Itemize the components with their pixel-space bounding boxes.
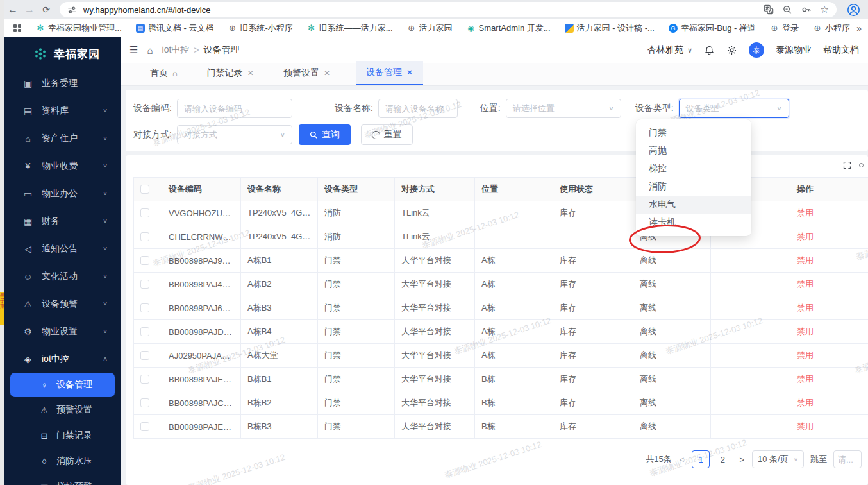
disable-link[interactable]: 禁用 [797,421,814,431]
tab-item[interactable]: 预警设置 ✕ [280,67,334,85]
bookmarks-overflow-icon[interactable]: » [856,23,862,33]
jump-page-input[interactable] [833,450,862,468]
dropdown-option[interactable]: 消防 [636,178,751,196]
disable-link[interactable]: 禁用 [797,350,814,360]
tab-item[interactable]: 首页 ⌂ [146,67,181,85]
row-checkbox[interactable] [140,280,149,289]
bookmark-item[interactable]: ▤腾讯文档 - 云文档 [136,22,214,34]
back-icon[interactable]: ← [4,4,21,15]
user-avatar[interactable]: 泰 [749,42,764,58]
tab-item[interactable]: 门禁记录 ✕ [203,67,258,85]
row-checkbox[interactable] [140,375,149,384]
search-button[interactable]: 查询 [299,124,351,145]
address-bar[interactable]: wy.happyhomeland.cn/#/iot-device ☆ [60,2,837,17]
bookmark-item[interactable]: ⊕小程序登录 [813,22,850,34]
bookmark-item[interactable]: ◉SmartAdmin 开发... [467,22,551,34]
bookmark-item[interactable]: 活力家园 - 设计稿 -... [565,22,655,34]
row-checkbox[interactable] [140,232,149,241]
dropdown-option[interactable]: 读卡机 [636,214,751,232]
row-checkbox[interactable] [140,256,149,265]
page-number[interactable]: 2 [714,450,731,468]
sidebar-item[interactable]: ⚠ 设备预警 ∨ [4,290,121,318]
sidebar-subitem[interactable]: ◫ 梯控预警 [4,474,121,485]
sidebar-item[interactable]: ▣ 业务受理 [4,69,121,97]
password-key-icon[interactable] [801,4,812,15]
disable-link[interactable]: 禁用 [797,327,814,336]
sidebar-item[interactable]: ▤ 资料库 ∨ [4,97,121,124]
sidebar-item[interactable]: ▭ 物业办公 ∨ [4,180,121,207]
bookmark-item[interactable]: ✻幸福家园物业管理... [36,22,122,34]
disable-link[interactable]: 禁用 [797,255,814,265]
close-icon[interactable]: ✕ [324,69,330,78]
disable-link[interactable]: 禁用 [797,208,814,217]
cell-status: 库存 [553,296,633,320]
bookmark-item[interactable]: ✻旧系统——活力家... [307,22,393,34]
reset-button[interactable]: 重置 [361,124,413,145]
row-checkbox[interactable] [140,351,149,360]
sidebar-subitem[interactable]: ◊ 消防水压 [4,448,121,474]
dropdown-option[interactable]: 高抛 [636,142,751,160]
page-size-select[interactable]: 10 条/页 ∨ [752,450,804,468]
dropdown-option[interactable]: 梯控 [636,160,751,178]
next-page-icon[interactable]: > [738,455,746,464]
select-all-checkbox[interactable] [140,185,149,194]
bookmark-item[interactable]: G幸福家园-Bug - 禅道 [669,22,756,34]
sidebar-item[interactable]: ⌂ 资产住户 ∨ [4,124,121,152]
disable-link[interactable]: 禁用 [797,232,814,241]
tab-active[interactable]: 设备管理 ✕ [356,61,423,85]
sidebar-item[interactable]: ◁ 通知公告 ∨ [4,235,121,262]
url-text[interactable]: wy.happyhomeland.cn/#/iot-device [83,5,764,15]
collapse-menu-icon[interactable]: ☰ [129,44,138,56]
method-select[interactable]: 对接方式 ∨ [177,125,292,144]
settings-gear-icon[interactable] [726,45,737,56]
sidebar-item[interactable]: ¥ 物业收费 ∨ [4,152,121,180]
disable-link[interactable]: 禁用 [797,398,814,407]
device-name-input[interactable] [378,99,458,118]
close-icon[interactable]: ✕ [247,69,254,78]
device-code-input[interactable] [177,99,292,118]
cell-device-code: VVGOHHOZUKA... [162,201,241,225]
zoom-icon[interactable] [783,5,792,15]
sidebar-item[interactable]: ☺ 文化活动 ∨ [4,262,121,290]
site-settings-icon[interactable] [67,5,77,15]
translate-icon[interactable] [764,4,774,15]
sidebar-subitem[interactable]: ⊟ 门禁记录 [4,423,121,448]
dropdown-option[interactable]: 门禁 [636,124,751,142]
prev-page-icon[interactable]: < [678,455,686,464]
sidebar-subitem[interactable]: ♀ 设备管理 [10,373,115,397]
location-select[interactable]: 请选择位置 ∨ [506,99,621,118]
row-checkbox[interactable] [140,208,149,217]
refresh-icon[interactable]: ⟳ [38,4,54,15]
apps-grid-icon[interactable] [13,24,21,32]
bookmark-item[interactable]: ⊕旧系统-小程序 [228,22,292,34]
sidebar-item[interactable]: ▦ 财务 ∨ [4,207,121,235]
breadcrumb-home-icon[interactable]: ⌂ [147,45,153,56]
close-icon[interactable]: ✕ [406,68,413,77]
disable-link[interactable]: 禁用 [797,303,814,312]
notification-bell-icon[interactable] [704,45,715,56]
fullscreen-icon[interactable] [842,160,852,170]
dropdown-option[interactable]: 水电气 [636,196,751,214]
row-checkbox[interactable] [140,422,149,431]
floating-badge[interactable]: 星子期 [0,292,4,325]
disable-link[interactable]: 禁用 [797,279,814,289]
device-type-select[interactable]: 设备类型 ∨ [679,99,789,118]
row-checkbox[interactable] [140,398,149,407]
bookmark-item[interactable]: ⊕登录 [770,22,799,34]
sidebar-item[interactable]: ⚙ 物业设置 ∨ [4,318,121,345]
community-selector[interactable]: 杏林雅苑 ∨ [647,44,692,56]
breadcrumb-parent[interactable]: iot中控 [162,44,190,56]
sidebar-item[interactable]: ◈ iot中控 ∧ [4,345,121,373]
refresh-table-icon[interactable] [858,160,864,170]
forward-icon[interactable]: → [21,4,38,15]
help-doc-link[interactable]: 帮助文档 [823,44,859,56]
bookmark-star-icon[interactable]: ☆ [821,4,829,15]
bookmark-item[interactable]: ⊕活力家园 [407,22,453,34]
browser-profile-avatar[interactable] [847,3,860,17]
sidebar-subitem[interactable]: ⚠ 预警设置 [4,397,121,423]
disable-link[interactable]: 禁用 [797,374,814,384]
row-checkbox[interactable] [140,303,149,312]
row-checkbox[interactable] [140,327,149,336]
page-number[interactable]: 1 [692,450,710,468]
menu-icon: ▭ [22,189,33,199]
